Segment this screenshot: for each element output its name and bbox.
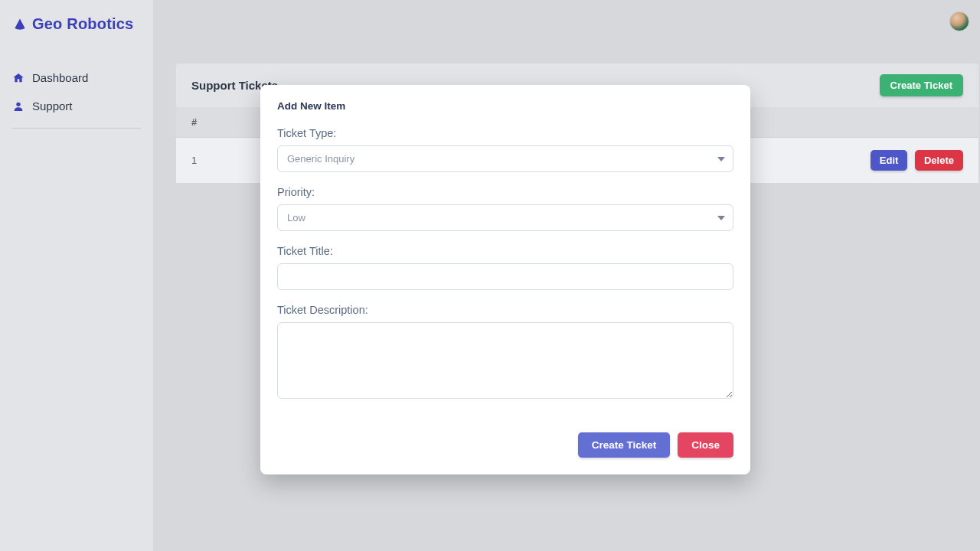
brand: Geo Robotics xyxy=(0,11,153,48)
modal-footer: Create Ticket Close xyxy=(277,432,733,458)
user-icon xyxy=(12,100,24,112)
ticket-type-label: Ticket Type: xyxy=(277,127,733,139)
ticket-title-input[interactable] xyxy=(277,263,733,290)
svg-point-0 xyxy=(16,102,20,106)
sidebar-nav: Dashboard Support xyxy=(0,48,153,129)
priority-select[interactable]: Low xyxy=(277,204,733,231)
ticket-title-label: Ticket Title: xyxy=(277,245,733,257)
sidebar-item-label: Support xyxy=(32,99,73,112)
ticket-type-select[interactable]: Generic Inquiry xyxy=(277,145,733,172)
col-header-actions xyxy=(825,107,978,138)
ticket-description-textarea[interactable] xyxy=(277,322,733,399)
modal-close-button[interactable]: Close xyxy=(678,432,733,458)
sidebar-item-support[interactable]: Support xyxy=(8,92,145,120)
sidebar-item-dashboard[interactable]: Dashboard xyxy=(8,64,145,92)
field-priority: Priority: Low xyxy=(277,186,733,231)
col-header-num: # xyxy=(176,107,245,138)
cell-actions: Edit Delete xyxy=(825,138,978,184)
field-ticket-type: Ticket Type: Generic Inquiry xyxy=(277,127,733,172)
topbar xyxy=(153,0,980,42)
brand-logo-icon xyxy=(12,17,28,32)
modal-title: Add New Item xyxy=(277,100,733,112)
create-ticket-button[interactable]: Create Ticket xyxy=(880,74,963,96)
add-ticket-modal: Add New Item Ticket Type: Generic Inquir… xyxy=(260,85,750,474)
sidebar-item-label: Dashboard xyxy=(32,71,88,84)
ticket-description-label: Ticket Description: xyxy=(277,304,733,316)
field-ticket-description: Ticket Description: xyxy=(277,304,733,402)
field-ticket-title: Ticket Title: xyxy=(277,245,733,290)
sidebar: Geo Robotics Dashboard Support xyxy=(0,0,153,551)
avatar[interactable] xyxy=(949,11,969,31)
priority-label: Priority: xyxy=(277,186,733,198)
brand-name: Geo Robotics xyxy=(32,15,133,33)
modal-create-button[interactable]: Create Ticket xyxy=(578,432,671,458)
cell-num: 1 xyxy=(176,138,245,184)
edit-button[interactable]: Edit xyxy=(871,150,908,171)
delete-button[interactable]: Delete xyxy=(915,150,963,171)
home-icon xyxy=(12,72,24,84)
sidebar-divider xyxy=(12,128,141,129)
